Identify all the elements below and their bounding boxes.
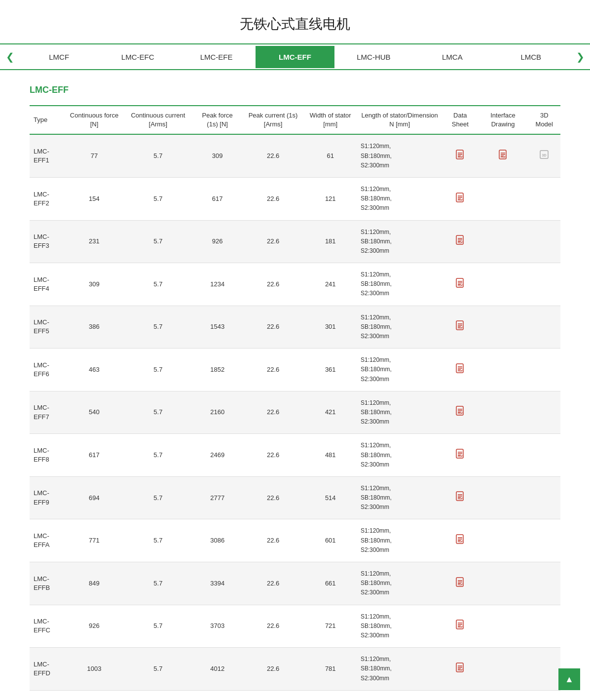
nav-tab-lmc-efe[interactable]: LMC-EFE — [177, 46, 256, 68]
cell-interface-drawing — [478, 434, 528, 477]
nav-bar: ❮ LMCFLMC-EFCLMC-EFELMC-EFFLMC-HUBLMCALM… — [0, 43, 590, 70]
cell-data-sheet: PDF — [442, 177, 478, 220]
cell-continuous-current: 5.7 — [123, 605, 193, 648]
data-table: TypeContinuous force [N]Continuous curre… — [30, 105, 560, 691]
cell-peak-current: 22.6 — [242, 177, 304, 220]
cell-continuous-force: 849 — [65, 562, 123, 605]
pdf-icon-data-sheet[interactable]: PDF — [456, 409, 465, 417]
col-header-peak_current: Peak current (1s) [Arms] — [242, 106, 304, 134]
cell-peak-current: 22.6 — [242, 349, 304, 391]
nav-tab-lmcf[interactable]: LMCF — [20, 46, 98, 68]
pdf-icon-data-sheet[interactable]: PDF — [456, 153, 465, 161]
cell-peak-current: 22.6 — [242, 391, 304, 434]
nav-tab-lmc-hub[interactable]: LMC-HUB — [334, 46, 413, 68]
3d-model-icon[interactable]: 3D — [540, 153, 549, 160]
pdf-icon-data-sheet[interactable]: PDF — [456, 665, 465, 674]
cell-length-stator: S1:120mm,SB:180mm,S2:300mm — [357, 134, 442, 177]
pdf-icon-data-sheet[interactable]: PDF — [456, 323, 465, 332]
table-row: LMC-EFF53865.7154322.6301S1:120mm,SB:180… — [30, 306, 560, 349]
cell-peak-current: 22.6 — [242, 134, 304, 177]
cell-data-sheet: PDF — [442, 306, 478, 349]
cell-type: LMC-EFF6 — [30, 349, 65, 391]
cell-width-stator: 514 — [304, 476, 357, 519]
cell-data-sheet: PDF — [442, 434, 478, 477]
pdf-icon-data-sheet[interactable]: PDF — [456, 622, 465, 631]
cell-type: LMC-EFF2 — [30, 177, 65, 220]
cell-peak-force: 926 — [193, 220, 242, 263]
nav-next-arrow[interactable]: ❯ — [570, 44, 590, 69]
cell-type: LMC-EFF8 — [30, 434, 65, 477]
scroll-to-top-button[interactable]: ▲ — [558, 668, 580, 690]
pdf-icon-data-sheet[interactable]: PDF — [456, 537, 465, 545]
pdf-icon-data-sheet[interactable]: PDF — [456, 195, 465, 204]
col-header-width_of_stator: Width of stator [mm] — [304, 106, 357, 134]
cell-length-stator: S1:120mm,SB:180mm,S2:300mm — [357, 263, 442, 306]
cell-3d-model — [528, 349, 560, 391]
cell-peak-current: 22.6 — [242, 263, 304, 306]
col-header-type: Type — [30, 106, 65, 134]
pdf-icon-data-sheet[interactable]: PDF — [456, 452, 465, 460]
table-row: LMC-EFF32315.792622.6181S1:120mm,SB:180m… — [30, 220, 560, 263]
cell-3d-model — [528, 220, 560, 263]
cell-width-stator: 301 — [304, 306, 357, 349]
cell-width-stator: 61 — [304, 134, 357, 177]
cell-length-stator: S1:120mm,SB:180mm,S2:300mm — [357, 476, 442, 519]
cell-peak-force: 1543 — [193, 306, 242, 349]
pdf-icon-data-sheet[interactable]: PDF — [456, 494, 465, 503]
pdf-icon-data-sheet[interactable]: PDF — [456, 238, 465, 246]
cell-interface-drawing — [478, 391, 528, 434]
cell-data-sheet: PDF — [442, 220, 478, 263]
pdf-icon-data-sheet[interactable]: PDF — [456, 281, 465, 289]
table-row: LMC-EFF64635.7185222.6361S1:120mm,SB:180… — [30, 349, 560, 391]
section-title: LMC-EFF — [30, 85, 560, 95]
cell-continuous-force: 1003 — [65, 648, 123, 691]
cell-data-sheet: PDF — [442, 349, 478, 391]
cell-continuous-current: 5.7 — [123, 220, 193, 263]
cell-interface-drawing — [478, 306, 528, 349]
cell-length-stator: S1:120mm,SB:180mm,S2:300mm — [357, 605, 442, 648]
svg-text:PDF: PDF — [458, 369, 463, 372]
cell-peak-current: 22.6 — [242, 519, 304, 562]
cell-3d-model — [528, 391, 560, 434]
cell-interface-drawing: PDF — [478, 134, 528, 177]
cell-peak-current: 22.6 — [242, 562, 304, 605]
cell-interface-drawing — [478, 605, 528, 648]
svg-text:PDF: PDF — [458, 241, 463, 244]
table-row: LMC-EFF43095.7123422.6241S1:120mm,SB:180… — [30, 263, 560, 306]
cell-continuous-current: 5.7 — [123, 648, 193, 691]
nav-tab-lmcb[interactable]: LMCB — [492, 46, 570, 68]
cell-length-stator: S1:120mm,SB:180mm,S2:300mm — [357, 220, 442, 263]
cell-peak-force: 1234 — [193, 263, 242, 306]
cell-peak-force: 4012 — [193, 648, 242, 691]
cell-interface-drawing — [478, 177, 528, 220]
nav-tab-lmc-efc[interactable]: LMC-EFC — [98, 46, 177, 68]
cell-continuous-current: 5.7 — [123, 562, 193, 605]
cell-width-stator: 241 — [304, 263, 357, 306]
nav-tab-lmca[interactable]: LMCA — [413, 46, 491, 68]
pdf-icon-data-sheet[interactable]: PDF — [456, 366, 465, 375]
col-header-continuous_force: Continuous force [N] — [65, 106, 123, 134]
col-header-data_sheet: Data Sheet — [442, 106, 478, 134]
cell-length-stator: S1:120mm,SB:180mm,S2:300mm — [357, 306, 442, 349]
cell-width-stator: 661 — [304, 562, 357, 605]
svg-text:PDF: PDF — [458, 284, 463, 287]
cell-3d-model: 3D — [528, 134, 560, 177]
cell-type: LMC-EFFB — [30, 562, 65, 605]
nav-prev-arrow[interactable]: ❮ — [0, 44, 20, 69]
svg-text:PDF: PDF — [501, 156, 506, 158]
cell-width-stator: 421 — [304, 391, 357, 434]
table-row: LMC-EFF96945.7277722.6514S1:120mm,SB:180… — [30, 476, 560, 519]
pdf-icon-interface[interactable]: PDF — [499, 153, 508, 161]
cell-peak-force: 617 — [193, 177, 242, 220]
cell-continuous-current: 5.7 — [123, 263, 193, 306]
col-header-length_of_stator: Length of stator/Dimension N [mm] — [357, 106, 442, 134]
pdf-icon-data-sheet[interactable]: PDF — [456, 580, 465, 588]
svg-text:PDF: PDF — [458, 625, 463, 628]
cell-continuous-current: 5.7 — [123, 349, 193, 391]
cell-continuous-current: 5.7 — [123, 306, 193, 349]
cell-width-stator: 721 — [304, 605, 357, 648]
cell-type: LMC-EFFC — [30, 605, 65, 648]
cell-continuous-current: 5.7 — [123, 134, 193, 177]
nav-tab-lmc-eff[interactable]: LMC-EFF — [256, 46, 334, 68]
svg-text:PDF: PDF — [458, 455, 463, 458]
